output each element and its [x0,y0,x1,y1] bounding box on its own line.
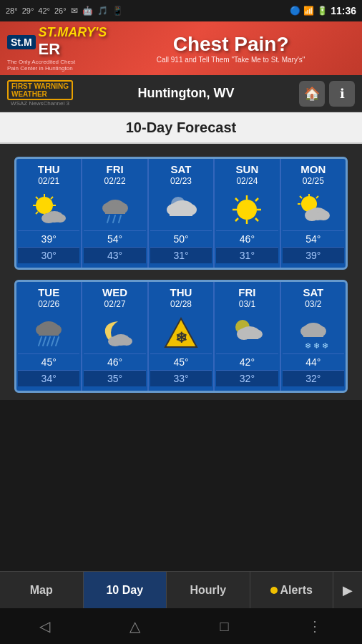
svg-text:❄: ❄ [175,330,187,346]
clock: 11:36 [331,5,356,16]
day-icon-wed [96,313,134,352]
logo-main-text: FIRST WARNINGWEATHER [7,80,73,100]
alert-dot [270,587,278,594]
day-low-mon: 39° [283,247,344,263]
bottom-nav: Map 10 Day Hourly Alerts ▶ [0,571,362,608]
svg-rect-42 [308,213,326,220]
day-name-sat2: SAT [303,286,323,299]
day-date-fri: 02/22 [104,176,126,186]
page-title-bar: 10-Day Forecast [0,112,362,144]
home-button[interactable]: 🏠 [299,81,325,107]
nav-map[interactable]: Map [0,572,84,608]
day-high-tue: 45° [18,353,79,370]
svg-line-7 [51,197,53,199]
day-high-wed: 46° [84,353,145,370]
forecast-day-thu: THU 02/21 39° [16,159,82,268]
battery-icon: 🔋 [317,6,328,16]
day-icon-thu [29,190,68,229]
temp-3: 42° [38,6,50,15]
svg-text:❄: ❄ [313,341,320,350]
svg-text:❄: ❄ [305,341,311,350]
day-low-sun: 31° [216,247,278,263]
day-date-sat2: 03/2 [305,299,321,309]
day-low-tue: 34° [18,370,79,386]
svg-rect-12 [44,215,62,221]
page-title: 10-Day Forecast [126,119,237,136]
svg-line-17 [107,215,109,223]
day-low-sat2: 32° [283,370,344,386]
day-icon-sat [162,190,200,229]
android-recent-button[interactable]: □ [220,618,228,635]
day-high-fri2: 42° [216,353,278,370]
day-name-sat: SAT [171,163,192,176]
svg-line-33 [235,218,238,221]
audio-icon: 🎵 [97,6,108,16]
svg-rect-62 [240,332,258,339]
day-high-thu: 39° [18,230,79,247]
svg-line-32 [255,198,258,201]
forecast-day-thu2: THU 02/28 ❄ 45° 33° [149,282,215,391]
day-low-sat: 31° [150,247,212,263]
temp-1: 28° [6,6,18,15]
android-more-button[interactable]: ⋮ [308,618,322,635]
svg-rect-24 [170,208,192,216]
main-content: THU 02/21 39° [0,144,362,400]
status-left: 28° 29° 42° 26° ✉ 🤖 🎵 📱 [6,6,123,16]
svg-point-0 [36,197,53,214]
day-name-thu2: THU [170,286,192,299]
mail-icon: ✉ [71,6,78,16]
day-name-fri2: FRI [238,286,255,299]
app-logo: FIRST WARNINGWEATHER WSAZ NewsChannel 3 [7,80,73,107]
day-icon-sat2: ❄ ❄ ❄ [294,313,333,352]
svg-text:❄: ❄ [322,341,328,350]
svg-line-18 [113,215,115,223]
day-low-fri: 43° [84,247,145,263]
ad-banner[interactable]: St.M ST.MARY'SER The Only Accredited Che… [0,21,362,75]
day-date-wed: 02/27 [104,299,126,309]
bluetooth-icon: 🔵 [290,6,300,16]
svg-rect-55 [111,338,128,344]
status-bar: 28° 29° 42° 26° ✉ 🤖 🎵 📱 🔵 📶 🔋 11:36 [0,0,362,21]
nav-alerts[interactable]: Alerts [250,572,334,608]
nav-hourly[interactable]: Hourly [167,572,250,608]
svg-line-19 [119,215,121,223]
ad-logo-section: St.M ST.MARY'SER The Only Accredited Che… [7,25,107,72]
day-name-mon: MON [300,163,326,176]
svg-rect-66 [303,330,323,337]
ad-tagline: Call 911 and Tell Them "Take Me to St. M… [157,56,305,64]
ad-logo-text: ST.MARY'SER [39,25,107,59]
app-header: FIRST WARNINGWEATHER WSAZ NewsChannel 3 … [0,75,362,112]
forecast-day-tue: TUE 02/26 45° 34° [16,282,82,391]
nav-arrow[interactable]: ▶ [333,572,362,608]
temp-2: 29° [22,6,34,15]
header-location: Huntington, WV [73,86,299,101]
android-home-button[interactable]: △ [129,618,140,635]
forecast-week-2: TUE 02/26 45° 34° WED 0 [14,280,348,393]
status-right-icons: 🔵 📶 🔋 11:36 [290,5,356,16]
day-date-fri2: 03/1 [239,299,255,309]
forecast-day-mon: MON 02/25 54° 39° [281,159,346,268]
ad-subtext: The Only Accredited Chest Pain Center in… [7,59,79,72]
day-icon-fri2 [228,313,266,352]
day-high-fri: 54° [84,230,145,247]
day-date-sat: 02/23 [170,176,192,186]
day-date-mon: 02/25 [303,176,324,186]
day-low-wed: 35° [84,370,145,386]
android-back-button[interactable]: ◁ [39,618,50,635]
svg-line-30 [235,198,238,201]
day-date-thu: 02/21 [38,176,59,186]
nav-10day[interactable]: 10 Day [84,572,167,608]
header-buttons: 🏠 ℹ [299,81,355,107]
day-high-sat: 50° [150,230,212,247]
info-button[interactable]: ℹ [329,81,355,107]
svg-line-38 [316,196,318,198]
day-high-sat2: 44° [283,353,344,370]
forecast-week-1: THU 02/21 39° [14,157,348,270]
svg-rect-16 [105,207,125,214]
svg-line-47 [39,337,41,346]
svg-line-51 [56,337,59,346]
svg-line-5 [36,197,38,199]
day-name-fri: FRI [107,163,124,176]
day-icon-fri [96,190,134,229]
svg-line-31 [255,218,258,221]
